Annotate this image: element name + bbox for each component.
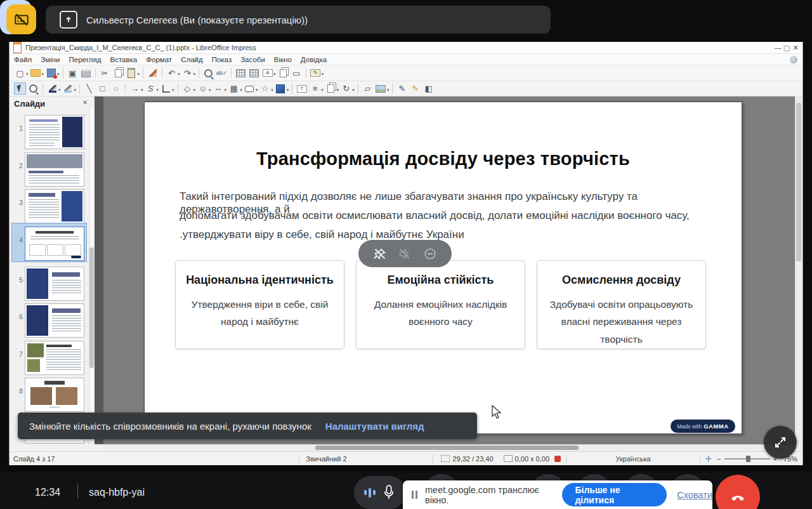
line-color-icon[interactable]	[46, 83, 58, 95]
unpin-icon[interactable]	[373, 247, 387, 261]
edit-points-icon[interactable]: ✎	[396, 83, 408, 95]
menu-slideshow[interactable]: Показ	[207, 56, 237, 63]
remove-from-call-icon[interactable]	[423, 247, 437, 261]
unsaved-changes-icon[interactable]	[554, 456, 561, 462]
thumb-number: 6	[15, 313, 23, 321]
fullscreen-expand-button[interactable]	[764, 426, 797, 459]
status-layout-name[interactable]: Звичайний 2	[299, 455, 433, 463]
print-icon[interactable]	[80, 67, 92, 79]
arrange-icon[interactable]	[325, 83, 337, 95]
symbol-shapes-icon[interactable]: ☺	[197, 83, 209, 95]
audio-settings-button[interactable]	[354, 476, 406, 509]
zoom-slider[interactable]	[724, 458, 770, 459]
curve-icon[interactable]: S	[145, 83, 157, 95]
share-banner-message: meet.google.com транслює вікно.	[425, 485, 553, 505]
text-box-icon[interactable]: A	[261, 67, 273, 79]
block-arrows-icon[interactable]: ⇔	[213, 83, 225, 95]
3d-objects-icon[interactable]	[275, 83, 287, 95]
slide-thumbnail-1[interactable]	[25, 115, 84, 149]
insert-line-icon[interactable]: ╲	[83, 83, 95, 95]
menubar-extra-icon[interactable]	[790, 56, 797, 63]
slides-panel-close-icon[interactable]: ✕	[82, 99, 88, 106]
stars-banners-icon[interactable]: ☆	[259, 83, 271, 95]
toggle-extrusion-icon[interactable]: ◧	[422, 83, 435, 95]
status-language[interactable]: Українська	[566, 455, 700, 463]
find-replace-icon[interactable]	[202, 67, 214, 79]
clone-formatting-icon[interactable]	[147, 67, 159, 79]
menu-format[interactable]: Формат	[141, 56, 176, 63]
open-icon[interactable]	[30, 67, 42, 79]
shadow-icon[interactable]: ▱	[362, 83, 374, 95]
cut-icon[interactable]: ✂	[99, 67, 111, 79]
connector-icon[interactable]	[160, 83, 172, 95]
undo-icon[interactable]: ↶	[166, 67, 178, 79]
adjust-layout-link[interactable]: Налаштувати вигляд	[325, 421, 424, 432]
spelling-icon[interactable]: ab✓	[216, 67, 228, 79]
insert-textbox-icon[interactable]: T	[296, 83, 308, 95]
align-objects-icon[interactable]: ≡	[309, 83, 321, 95]
thumb-number: 5	[15, 276, 23, 284]
rotate-icon[interactable]: ↻	[340, 83, 352, 95]
pause-share-icon[interactable]	[412, 491, 417, 499]
fill-color-icon[interactable]	[62, 83, 74, 95]
menu-tools[interactable]: Засоби	[236, 56, 270, 63]
slide-thumbnail-2[interactable]	[25, 152, 84, 187]
horizontal-scrollbar-thumb[interactable]	[315, 446, 579, 450]
slide-thumbnail-6[interactable]	[25, 303, 84, 338]
menu-window[interactable]: Вікно	[270, 56, 296, 63]
thumb-number: 1	[15, 124, 23, 132]
slide-thumbnail-3[interactable]	[25, 189, 84, 223]
paste-icon[interactable]	[126, 67, 138, 79]
hide-banner-link[interactable]: Сховати	[677, 490, 712, 500]
fit-slide-icon[interactable]: ✛	[705, 454, 712, 463]
minimize-button[interactable]: —	[773, 44, 782, 52]
maximize-button[interactable]: ▢	[782, 44, 791, 52]
panel-splitter[interactable]	[95, 96, 103, 444]
basic-shapes-icon[interactable]: ◇	[181, 83, 193, 95]
save-icon[interactable]	[45, 67, 57, 79]
close-button[interactable]: ✕	[791, 44, 800, 52]
screen-share-banner: meet.google.com транслює вікно. Більше н…	[403, 480, 712, 509]
zoom-tool-icon[interactable]	[27, 83, 39, 95]
window-titlebar[interactable]: Презентація_Скирда_І_М_Селегеєв_С_С_ (1)…	[10, 42, 802, 54]
zoom-out-icon[interactable]: −	[717, 455, 721, 463]
table-icon[interactable]	[235, 67, 247, 79]
menu-file[interactable]: Файл	[10, 56, 36, 63]
menu-view[interactable]: Перегляд	[64, 56, 105, 63]
insert-chart-icon[interactable]	[248, 67, 260, 79]
lines-arrows-icon[interactable]: →	[129, 83, 141, 95]
panel-scrollbar-thumb[interactable]	[89, 248, 94, 368]
redo-icon[interactable]: ↷	[181, 67, 193, 79]
export-pdf-icon[interactable]: ▣	[67, 67, 79, 79]
toast-message: Змінюйте кількість співрозмовників на ек…	[29, 421, 311, 432]
zoom-slider-knob[interactable]	[746, 456, 750, 462]
slide-thumbnail-4-current[interactable]	[25, 227, 84, 261]
ellipse-icon[interactable]: ○	[110, 83, 122, 95]
copy-icon[interactable]	[112, 67, 124, 79]
select-tool-icon[interactable]	[14, 83, 26, 95]
menu-slide[interactable]: Слайд	[176, 56, 207, 63]
rectangle-icon[interactable]: □	[96, 83, 108, 95]
slide-thumbnail-5[interactable]	[25, 267, 84, 301]
card-national-identity: Національна ідентичність Утвердження вір…	[175, 260, 344, 349]
audio-equalizer-icon	[364, 488, 376, 498]
delete-slide-icon[interactable]: ▭	[291, 67, 303, 79]
slide-body-line: допомагати здобувачам освіти осмислювати…	[180, 209, 712, 222]
stop-sharing-button[interactable]: Більше не ділитися	[562, 483, 667, 506]
new-document-icon[interactable]: ▢	[14, 67, 26, 79]
menu-insert[interactable]: Вставка	[106, 56, 142, 63]
vertical-scrollbar-thumb[interactable]	[796, 103, 801, 261]
flowchart-icon[interactable]: ▦	[228, 83, 240, 95]
slide-thumbnail-8[interactable]	[25, 378, 84, 412]
audio-off-icon[interactable]	[398, 247, 412, 261]
menu-help[interactable]: Довідка	[296, 56, 331, 63]
card-body: Утвердження віри в себе, свій народ і ма…	[185, 296, 335, 330]
presenter-name-pill[interactable]: Сильвестр Селегеєв (Ви (показуєте презен…	[46, 6, 551, 34]
insert-comment-icon[interactable]: ✎	[310, 67, 322, 79]
menu-edit[interactable]: Зміни	[36, 56, 64, 63]
callout-shapes-icon[interactable]	[244, 83, 256, 95]
glue-points-icon[interactable]: ✎	[409, 83, 421, 95]
slide-thumbnail-7[interactable]	[25, 341, 84, 375]
duplicate-slide-icon[interactable]	[277, 67, 289, 79]
image-filter-icon[interactable]	[375, 83, 387, 95]
